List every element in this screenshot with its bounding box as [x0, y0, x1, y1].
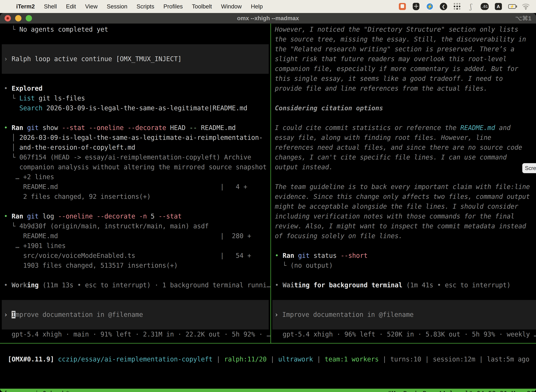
text-segment: gpt-5.4 xhigh · main · 91% left · 2.31M … [4, 331, 270, 338]
terminal-line [0, 74, 270, 84]
text-segment: HEAD [166, 124, 189, 131]
tmux-session-label[interactable]: [omx-cczip0:bash* [0, 389, 388, 392]
text-segment: | [313, 355, 325, 363]
terminal-line [271, 241, 536, 251]
text-segment: ultrawork [278, 355, 313, 363]
dots-grid-icon[interactable] [454, 3, 461, 10]
text-segment: Ran [12, 213, 23, 220]
text-segment: turns:10 [390, 355, 421, 363]
text-segment [294, 252, 298, 259]
text-segment: companion file, especially if more comme… [275, 65, 518, 73]
terminal-line: … +2 lines [0, 172, 270, 182]
terminal-line: provide file and line references from th… [271, 84, 536, 93]
text-segment: └ 4b9d30f (origin/main, instructkr/main,… [4, 222, 209, 230]
terminal-line [0, 271, 270, 280]
text-segment: Improve documentation in @filename [282, 311, 414, 318]
screen-share-overlay-button[interactable]: Scre [522, 163, 536, 173]
screen-recording-icon[interactable] [399, 3, 406, 10]
terminal-line: [OMX#0.11.9] cczip/essay/ai-reimplementa… [4, 355, 536, 364]
terminal-line [0, 113, 270, 123]
text-segment: I [12, 311, 15, 318]
terminal-line: evidence. Since this change only affects… [271, 192, 536, 202]
text-segment: └ [4, 26, 19, 33]
menu-edit[interactable]: Edit [61, 3, 81, 10]
keyboard-layout-icon[interactable]: A [495, 3, 502, 10]
text-segment: git ls-files [35, 94, 85, 102]
right-agent-pane[interactable]: However, I noticed the "Directory Struct… [271, 23, 536, 343]
text-segment [54, 355, 58, 363]
shield-grid-icon[interactable] [413, 3, 419, 10]
left-agent-pane[interactable]: └ No agents completed yet › Ralph loop a… [0, 23, 270, 343]
terminal-line: • Ran git log --oneline --decorate -n 5 … [0, 211, 270, 221]
text-segment: │ [4, 144, 19, 151]
text-segment: • [4, 85, 12, 92]
terminal-line: • Working (11m 13s • esc to interrupt) ·… [0, 280, 270, 290]
menu-shell[interactable]: Shell [39, 3, 61, 10]
text-segment: ing [27, 281, 39, 289]
menu-window[interactable]: Window [216, 3, 246, 10]
hook-icon[interactable]: ʃ [470, 2, 472, 10]
terminal-line: └ (no output) [271, 261, 536, 271]
text-segment: cczip/essay/ai-reimplementation-copyleft [58, 355, 213, 363]
bolt-circle-icon[interactable]: ⚡ [426, 3, 433, 10]
menubar-status-icons: ⚡ ❮ ʃ ..61 A ⚡ [398, 3, 536, 10]
text-segment: the "Related research writing" section i… [275, 45, 514, 53]
menu-app-name[interactable]: iTerm2 [12, 3, 39, 10]
terminal-line [271, 290, 536, 300]
menu-profiles[interactable]: Profiles [159, 3, 187, 10]
text-segment: | [213, 355, 224, 363]
terminal-line: 1903 files changed, 513517 insertions(+) [0, 261, 270, 271]
menu-scripts[interactable]: Scripts [132, 3, 159, 10]
right-prompt-input[interactable]: › Improve documentation in @filename [273, 300, 536, 330]
menu-view[interactable]: View [81, 3, 102, 10]
text-segment: --oneline --decorate [58, 213, 135, 220]
terminal-line [2, 320, 269, 330]
terminal-line: README.md | 4 + [0, 182, 270, 192]
text-segment: might be acceptable alongside the file l… [275, 203, 518, 210]
terminal-line: including verification notes with those … [271, 211, 536, 221]
text-segment: (11m 13s • esc to interrupt) · 1 backgro… [39, 281, 270, 289]
terminal-line: │ 2026-03-09-is-legal-the-same-as-legiti… [0, 133, 270, 143]
text-segment: this single essay, it seems like a good … [275, 75, 503, 82]
terminal-line: • Ran git status --short [271, 251, 536, 261]
terminal-line: › Improve documentation in @filename [273, 310, 536, 320]
right-transcript: However, I noticed the "Directory Struct… [271, 25, 536, 300]
wifi-icon[interactable] [522, 3, 530, 10]
terminal-line: However, I noticed the "Directory Struct… [271, 25, 536, 34]
terminal-line: companion file, especially if more comme… [271, 64, 536, 74]
text-segment: --stat --oneline --decorate [62, 124, 166, 131]
text-segment: -n [139, 213, 147, 220]
kaleidoscope-icon[interactable]: ❮ [440, 3, 447, 10]
text-segment: | [267, 355, 278, 363]
terminal-line: README.md | 280 + [0, 231, 270, 241]
terminal-line [271, 172, 536, 182]
text-segment: │ [4, 134, 19, 141]
badge-61-icon[interactable]: ..61 [481, 3, 489, 10]
ralph-inject-box[interactable]: › Ralph loop active continue [OMX_TMUX_I… [2, 44, 269, 74]
tmux-host-clock: "MacBook-Pro-44.local" 04:52 31-Mar-26 [388, 389, 536, 392]
text-segment: -- [189, 124, 197, 131]
text-segment: [OMX#0.11.9] [8, 355, 54, 363]
text-segment: └ 067f154 (HEAD -> essay/ai-reimplementa… [4, 154, 251, 161]
text-segment: I could cite commit statistics or refere… [275, 124, 460, 131]
left-prompt-input[interactable]: › Improve documentation in @filename [2, 300, 269, 330]
text-segment: git [27, 213, 39, 220]
terminal-line [2, 300, 269, 310]
menu-help[interactable]: Help [246, 3, 267, 10]
text-segment: README.md [197, 124, 236, 131]
terminal-line: └ No agents completed yet [0, 25, 270, 34]
text-segment: 2026-03-09-is-legal-the-same-as-legitima… [19, 134, 263, 141]
terminal-line: └ 067f154 (HEAD -> essay/ai-reimplementa… [0, 152, 270, 162]
terminal-line: the source tree, missing the essay. Stil… [271, 34, 536, 44]
terminal-line: review. Also, I might want to inspect th… [271, 221, 536, 231]
text-segment: the source tree, missing the essay. Stil… [275, 36, 526, 43]
battery-icon[interactable]: ⚡ [508, 4, 516, 9]
menu-toolbelt[interactable]: Toolbelt [187, 3, 216, 10]
terminal-line [0, 290, 270, 300]
terminal-line: the "Related research writing" section i… [271, 44, 536, 54]
text-segment: • [4, 124, 12, 131]
text-segment: git [27, 124, 39, 131]
menu-session[interactable]: Session [102, 3, 132, 10]
text-segment: mprove documentation in @filename [15, 311, 143, 318]
text-segment: • [275, 281, 282, 289]
